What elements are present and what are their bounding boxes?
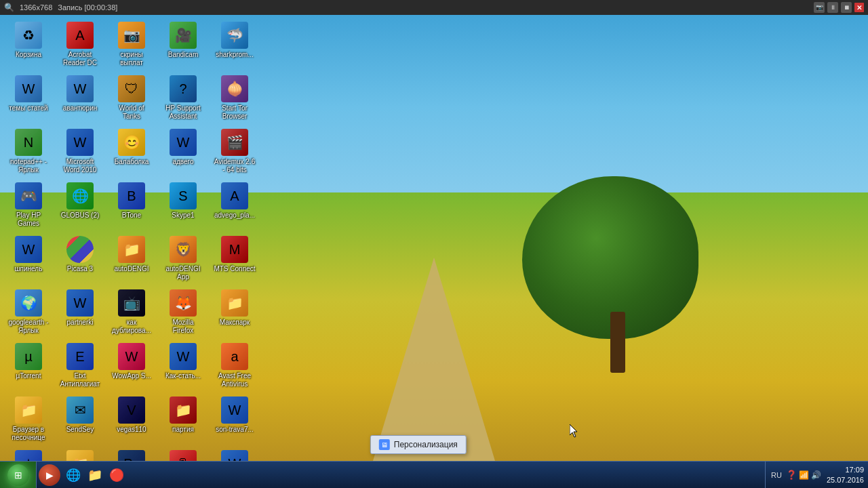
- taskbar-app-icon[interactable]: 🔴: [107, 466, 126, 485]
- desktop-icon-playhp[interactable]: 🎮Play HP Games: [5, 180, 52, 230]
- desktop-icon-vegas[interactable]: Vvegas110: [108, 394, 155, 445]
- recording-controls: 📷 ⏸ ⏹ ✕: [814, 2, 864, 13]
- icon-label-brauz: Браузер в песочнице: [7, 426, 50, 442]
- icon-label-google: googleearth - Ярлык: [7, 319, 50, 335]
- desktop-icon-firefox[interactable]: 🦊Mozilla Firefox: [160, 287, 206, 338]
- icon-img-son: W: [221, 396, 248, 424]
- desktop-icon-advplan[interactable]: Aadvego_pla...: [212, 180, 258, 230]
- media-player-button[interactable]: ▶: [39, 464, 60, 486]
- icon-label-utorrent: µTorrent: [16, 372, 41, 380]
- desktop-icon-bandicam[interactable]: 🎥Bandicam: [160, 19, 206, 70]
- icon-img-sharkprom: 🦈: [221, 22, 248, 49]
- desktop-icon-btone[interactable]: BBTone: [108, 180, 155, 230]
- taskbar-explorer-icon[interactable]: 📁: [85, 466, 104, 485]
- desktop-icon-sharkprom[interactable]: 🦈sharkprom...: [212, 19, 258, 70]
- desktop-icon-picasa[interactable]: Picasa 3: [57, 233, 103, 284]
- desktop-icon-word2010[interactable]: WMicrosoft Word 2010: [57, 126, 103, 177]
- icon-img-skype: S: [170, 182, 197, 209]
- icon-label-picasa: Picasa 3: [67, 265, 93, 273]
- icon-label-advplan: advego_pla...: [214, 211, 255, 220]
- desktop-icon-autodengi[interactable]: 📁autoDENGI: [108, 233, 155, 284]
- desktop-icon-tor[interactable]: 🧅Start Tor Browser: [212, 73, 258, 123]
- desktop-icon-son[interactable]: Wson-trava7...: [212, 394, 258, 445]
- icon-img-bala: 😊: [118, 129, 145, 156]
- icon-label-btone: BTone: [122, 211, 141, 220]
- icon-img-kak: 📺: [118, 289, 145, 317]
- desktop-icon-shpinel[interactable]: Wшпинель: [5, 233, 52, 284]
- icon-label-autodengiapp: autoDENGI App: [161, 265, 205, 281]
- desktop-icon-sendsey[interactable]: ✉SendSey: [57, 394, 103, 445]
- icon-img-acrobat: A: [66, 22, 94, 49]
- desktop-icon-temy[interactable]: Wтемы статей: [5, 73, 52, 123]
- icon-img-utorrent: µ: [15, 343, 42, 370]
- desktop-icon-google[interactable]: 🌍googleearth - Ярлык: [5, 287, 52, 338]
- icon-label-globus: GLOBUS (2): [61, 211, 100, 220]
- desktop-icon-partiya[interactable]: 📁партия: [160, 394, 206, 445]
- icon-label-partnerki: partnerki: [67, 319, 94, 327]
- desktop-icon-wowapp[interactable]: WWowApp S...: [108, 340, 155, 391]
- icon-img-sendsey: ✉: [66, 396, 94, 424]
- desktop-icon-avidemux[interactable]: 🎬Avidemux 2.6 - 64 bits: [212, 126, 258, 177]
- icon-img-advego: W: [170, 129, 197, 156]
- icon-img-partnerki: W: [66, 289, 94, 317]
- desktop-icon-skype[interactable]: SSkype1: [160, 180, 206, 230]
- desktop-icon-grid: ♻КорзинаAAcrobat Reader DC📷скрины выплат…: [5, 19, 260, 488]
- icon-img-hp: ?: [170, 75, 197, 102]
- start-button[interactable]: ⊞: [0, 462, 37, 489]
- taskbar-browser-icon[interactable]: 🌐: [64, 466, 83, 485]
- pause-icon[interactable]: ⏸: [827, 2, 838, 13]
- icon-label-bandicam: Bandicam: [168, 51, 198, 59]
- desktop-icon-screens[interactable]: 📷скрины выплат: [108, 19, 155, 70]
- icon-img-avtyurin: W: [66, 75, 94, 102]
- desktop-icon-utorrent[interactable]: µµTorrent: [5, 340, 52, 391]
- icon-img-shpinel: W: [15, 236, 42, 263]
- desktop-icon-partnerki[interactable]: Wpartnerki: [57, 287, 103, 338]
- icon-img-brauz: 📁: [15, 396, 42, 424]
- icon-img-autodengiapp: 🦁: [170, 236, 197, 263]
- start-orb[interactable]: ⊞: [7, 464, 29, 486]
- search-icon: 🔍: [4, 3, 14, 12]
- icon-label-skype: Skype1: [172, 211, 194, 220]
- icon-label-kak2: Как-стать...: [165, 372, 201, 380]
- taskbar: ⊞ ▶ 🌐 📁 🔴 RU ❓ 📶 🔊 17:09 25.07.2016: [0, 461, 868, 488]
- icon-label-wot: World of Tanks: [110, 104, 153, 121]
- desktop-icon-etxt[interactable]: EEtxt Антиплагиат: [57, 340, 103, 391]
- icon-label-tor: Start Tor Browser: [213, 104, 256, 121]
- icon-label-notepad: notepad++ - Ярлык: [7, 158, 50, 174]
- desktop-icon-korzina[interactable]: ♻Корзина: [5, 19, 52, 70]
- desktop-icon-autodengiapp[interactable]: 🦁autoDENGI App: [160, 233, 206, 284]
- close-button[interactable]: ✕: [854, 3, 864, 12]
- icon-label-wowapp: WowApp S...: [112, 372, 151, 380]
- camera-icon[interactable]: 📷: [814, 2, 825, 13]
- stop-icon[interactable]: ⏹: [841, 2, 852, 13]
- desktop-icon-acrobat[interactable]: AAcrobat Reader DC: [57, 19, 103, 70]
- clock: 17:09 25.07.2016: [827, 465, 864, 485]
- desktop-icon-notepad[interactable]: Nnotepad++ - Ярлык: [5, 126, 52, 177]
- desktop-icon-advego[interactable]: Wадвего: [160, 126, 206, 177]
- desktop-icon-globus[interactable]: 🌐GLOBUS (2): [57, 180, 103, 230]
- icon-img-google: 🌍: [15, 289, 42, 317]
- icon-label-temy: темы статей: [9, 104, 47, 113]
- tray-signal-icon: 📶: [799, 470, 809, 480]
- desktop-icon-kak2[interactable]: WКак-стать...: [160, 340, 206, 391]
- desktop-icon-brauz[interactable]: 📁Браузер в песочнице: [5, 394, 52, 445]
- desktop-icon-mts[interactable]: MMTS Connect: [212, 233, 258, 284]
- desktop-icon-maxpark[interactable]: 📁Макспарк: [212, 287, 258, 338]
- icon-img-kak2: W: [170, 343, 197, 370]
- desktop-icon-hp[interactable]: ?HP Support Assistant: [160, 73, 206, 123]
- icon-label-bala: Балаболка: [115, 158, 149, 166]
- desktop-icon-avast[interactable]: aAvast Free Antivirus: [212, 340, 258, 391]
- icon-label-playhp: Play HP Games: [7, 211, 50, 228]
- desktop-icon-avtyurin[interactable]: Wавантюрин: [57, 73, 103, 123]
- icon-img-wowapp: W: [118, 343, 145, 370]
- icon-label-vegas: vegas110: [117, 426, 146, 434]
- desktop-icon-kak[interactable]: 📺как дублирова...: [108, 287, 155, 338]
- personalization-tooltip: 🖥 Персонализация: [370, 435, 467, 454]
- icon-img-btone: B: [118, 182, 145, 209]
- icon-label-etxt: Etxt Антиплагиат: [58, 372, 102, 388]
- icon-img-etxt: E: [66, 343, 94, 370]
- desktop-icon-bala[interactable]: 😊Балаболка: [108, 126, 155, 177]
- desktop-icon-wot[interactable]: 🛡World of Tanks: [108, 73, 155, 123]
- icon-img-notepad: N: [15, 129, 42, 156]
- top-recording-bar: 🔍 1366x768 Запись [00:00:38] 📷 ⏸ ⏹ ✕: [0, 0, 868, 15]
